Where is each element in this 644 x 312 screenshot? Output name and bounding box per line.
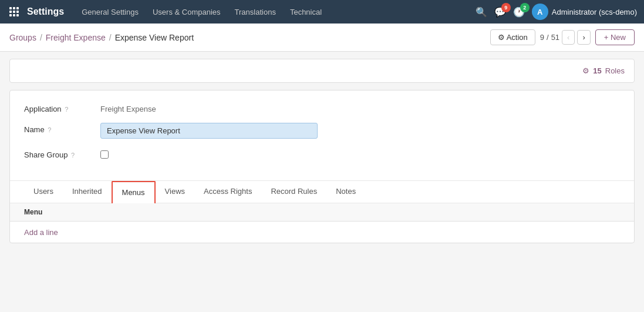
form-card: Application ? Freight Expense Name ? Sha… bbox=[9, 90, 635, 243]
roles-label: Roles bbox=[605, 66, 625, 75]
col-menu-header: Menu bbox=[24, 208, 503, 216]
breadcrumb-freight-expense[interactable]: Freight Expense bbox=[46, 33, 106, 42]
activity-icon-btn[interactable]: 🕐 2 bbox=[513, 6, 525, 18]
name-row: Name ? bbox=[24, 123, 620, 139]
form-body: Application ? Freight Expense Name ? Sha… bbox=[10, 90, 634, 180]
name-help-icon[interactable]: ? bbox=[48, 126, 51, 133]
add-line-button[interactable]: Add a line bbox=[24, 228, 58, 237]
breadcrumb-sep-1: / bbox=[40, 33, 42, 42]
gear-icon: ⚙ bbox=[582, 66, 589, 75]
share-group-help-icon[interactable]: ? bbox=[71, 152, 75, 159]
breadcrumb-current: Expense View Report bbox=[115, 33, 194, 42]
menu-technical[interactable]: Technical bbox=[284, 4, 328, 20]
search-icon: 🔍 bbox=[476, 6, 487, 18]
share-group-checkbox[interactable] bbox=[100, 150, 109, 159]
tab-record-rules[interactable]: Record Rules bbox=[261, 181, 326, 203]
app-title: Settings bbox=[27, 6, 64, 17]
roles-card: ⚙ 15 Roles bbox=[9, 59, 635, 83]
share-group-row: Share Group ? bbox=[24, 148, 620, 159]
breadcrumb-bar: Groups / Freight Expense / Expense View … bbox=[0, 24, 644, 52]
breadcrumb-sep-2: / bbox=[109, 33, 112, 42]
activity-badge: 2 bbox=[520, 3, 530, 12]
content-area: ⚙ 15 Roles Application ? Freight Expense… bbox=[0, 52, 644, 250]
pager-total: 51 bbox=[551, 33, 559, 42]
avatar: A bbox=[532, 4, 548, 20]
grid-menu-icon[interactable] bbox=[7, 5, 21, 19]
table-header: Menu bbox=[10, 203, 634, 222]
pager-current: 9 bbox=[540, 33, 544, 42]
menu-translations[interactable]: Translations bbox=[229, 4, 282, 20]
user-name: Administrator (scs-demo) bbox=[552, 8, 637, 16]
top-navigation: Settings General Settings Users & Compan… bbox=[0, 0, 644, 24]
tabs-bar: Users Inherited Menus Views Access Right… bbox=[10, 180, 634, 203]
pager: 9 / 51 ‹ › bbox=[540, 30, 591, 45]
table-body: Add a line bbox=[10, 222, 634, 243]
tab-users[interactable]: Users bbox=[24, 181, 63, 203]
name-label: Name ? bbox=[24, 123, 100, 134]
pager-next[interactable]: › bbox=[577, 30, 590, 45]
tab-notes[interactable]: Notes bbox=[326, 181, 365, 203]
chat-icon-btn[interactable]: 💬 9 bbox=[494, 6, 506, 18]
tab-inherited[interactable]: Inherited bbox=[63, 181, 112, 203]
share-group-label: Share Group ? bbox=[24, 148, 100, 159]
col-action-header bbox=[503, 208, 620, 216]
search-icon-btn[interactable]: 🔍 bbox=[476, 6, 487, 18]
main-menu: General Settings Users & Companies Trans… bbox=[76, 4, 476, 20]
roles-button[interactable]: ⚙ 15 Roles bbox=[582, 66, 625, 75]
user-menu[interactable]: A Administrator (scs-demo) bbox=[532, 4, 637, 20]
menu-users-companies[interactable]: Users & Companies bbox=[147, 4, 227, 20]
name-input[interactable] bbox=[100, 123, 318, 139]
application-row: Application ? Freight Expense bbox=[24, 102, 620, 113]
application-help-icon[interactable]: ? bbox=[65, 106, 68, 113]
tab-menus[interactable]: Menus bbox=[112, 181, 156, 203]
application-label: Application ? bbox=[24, 102, 100, 113]
add-line-row: Add a line bbox=[24, 222, 620, 243]
pager-prev[interactable]: ‹ bbox=[562, 30, 575, 45]
pager-sep: / bbox=[547, 33, 549, 42]
action-button[interactable]: ⚙ Action bbox=[490, 29, 535, 45]
breadcrumb-actions: ⚙ Action 9 / 51 ‹ › + New bbox=[490, 29, 635, 45]
roles-count: 15 bbox=[593, 66, 601, 75]
tab-content-menus: Menu Add a line bbox=[10, 203, 634, 243]
nav-right-actions: 🔍 💬 9 🕐 2 A Administrator (scs-demo) bbox=[476, 4, 637, 20]
chat-badge: 9 bbox=[501, 3, 511, 12]
menu-general-settings[interactable]: General Settings bbox=[76, 4, 144, 20]
application-value: Freight Expense bbox=[100, 102, 620, 113]
breadcrumb: Groups / Freight Expense / Expense View … bbox=[9, 33, 194, 42]
breadcrumb-groups[interactable]: Groups bbox=[9, 33, 36, 42]
new-button[interactable]: + New bbox=[595, 29, 635, 45]
tab-views[interactable]: Views bbox=[156, 181, 194, 203]
tab-access-rights[interactable]: Access Rights bbox=[194, 181, 261, 203]
